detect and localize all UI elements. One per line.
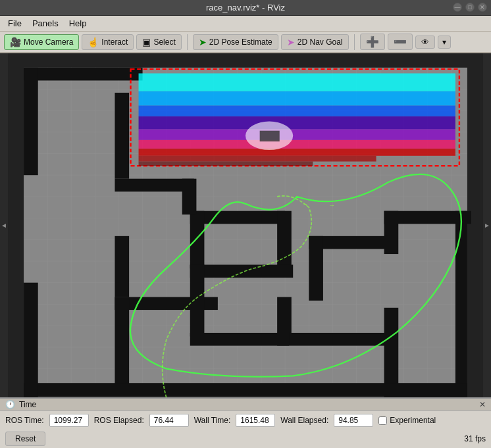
- pose-estimate-label: 2D Pose Estimate: [209, 37, 272, 47]
- svg-rect-63: [139, 106, 455, 116]
- titlebar: race_nav.rviz* - RViz — □ ✕: [0, 0, 491, 16]
- svg-rect-69: [139, 162, 313, 166]
- svg-rect-66: [139, 140, 455, 149]
- experimental-checkbox[interactable]: [378, 416, 387, 425]
- wall-elapsed-label: Wall Elapsed:: [280, 416, 328, 425]
- add-button[interactable]: ➕: [360, 34, 385, 50]
- svg-rect-59: [309, 236, 323, 301]
- experimental-label: Experimental: [390, 416, 436, 425]
- time-body: ROS Time: 1099.27 ROS Elapsed: 76.44 Wal…: [0, 411, 491, 430]
- wall-elapsed-value: 94.85: [334, 414, 373, 427]
- svg-rect-37: [115, 93, 129, 179]
- svg-rect-42: [115, 236, 129, 297]
- time-panel: 🕐 Time ✕ ROS Time: 1099.27 ROS Elapsed: …: [0, 397, 491, 448]
- svg-rect-65: [139, 129, 455, 139]
- clock-icon: 🕐: [5, 400, 15, 409]
- experimental-checkbox-group[interactable]: Experimental: [378, 416, 436, 425]
- svg-rect-40: [277, 211, 292, 268]
- camera-icon: 🎥: [10, 37, 21, 47]
- minimize-button[interactable]: —: [453, 3, 462, 12]
- svg-rect-68: [139, 156, 376, 162]
- toolbar: 🎥 Move Camera ☝ Interact ▣ Select ➤ 2D P…: [0, 32, 491, 53]
- select-button[interactable]: ▣ Select: [136, 34, 181, 50]
- svg-rect-57: [182, 179, 197, 214]
- time-panel-close-button[interactable]: ✕: [479, 400, 486, 409]
- svg-rect-35: [24, 68, 143, 81]
- left-sidebar-arrow: ◄: [1, 222, 7, 229]
- main-area: ◄: [0, 53, 491, 397]
- ros-time-value: 1099.27: [49, 414, 89, 427]
- map-svg: → →: [8, 53, 483, 397]
- svg-rect-67: [139, 149, 455, 156]
- move-camera-label: Move Camera: [24, 37, 73, 47]
- select-label: Select: [153, 37, 175, 47]
- interact-button[interactable]: ☝ Interact: [82, 34, 134, 50]
- menu-file[interactable]: File: [3, 17, 27, 30]
- time-panel-title: Time: [19, 400, 36, 409]
- menu-help[interactable]: Help: [64, 17, 92, 30]
- menubar: File Panels Help: [0, 16, 491, 32]
- reset-button[interactable]: Reset: [5, 432, 45, 446]
- select-icon: ▣: [142, 37, 151, 47]
- svg-rect-62: [139, 91, 455, 106]
- time-header-left: 🕐 Time: [5, 400, 36, 409]
- window-controls[interactable]: — □ ✕: [453, 3, 487, 12]
- nav-icon: ➤: [287, 37, 295, 47]
- wall-time-value: 1615.48: [236, 414, 275, 427]
- svg-rect-50: [24, 383, 467, 396]
- toolbar-separator-1: [187, 34, 188, 50]
- svg-rect-55: [190, 333, 289, 346]
- svg-rect-61: [139, 74, 455, 91]
- fps-display: 31 fps: [464, 434, 486, 443]
- move-camera-button[interactable]: 🎥 Move Camera: [4, 34, 79, 50]
- pose-estimate-button[interactable]: ➤ 2D Pose Estimate: [193, 34, 278, 50]
- interact-icon: ☝: [88, 37, 99, 47]
- time-footer: Reset 31 fps: [0, 430, 491, 448]
- svg-rect-53: [277, 297, 292, 336]
- svg-text:→: →: [328, 203, 335, 209]
- ros-elapsed-value: 76.44: [149, 414, 189, 427]
- right-sidebar-handle[interactable]: ►: [483, 53, 491, 397]
- time-panel-header: 🕐 Time ✕: [0, 399, 491, 411]
- svg-rect-48: [384, 308, 399, 390]
- pose-icon: ➤: [199, 37, 207, 47]
- dropdown-button[interactable]: ▾: [438, 36, 451, 49]
- svg-text:→: →: [301, 201, 309, 209]
- svg-rect-54: [277, 333, 392, 346]
- right-sidebar-arrow: ►: [484, 222, 490, 229]
- svg-rect-39: [190, 211, 205, 268]
- remove-button[interactable]: ➖: [388, 34, 413, 50]
- maximize-button[interactable]: □: [465, 3, 475, 12]
- menu-panels[interactable]: Panels: [27, 17, 64, 30]
- svg-rect-51: [24, 283, 38, 397]
- interact-label: Interact: [101, 37, 128, 47]
- nav-goal-button[interactable]: ➤ 2D Nav Goal: [281, 34, 349, 50]
- left-sidebar-handle[interactable]: ◄: [0, 53, 8, 397]
- svg-rect-47: [455, 211, 467, 390]
- svg-rect-44: [115, 297, 129, 390]
- toolbar-separator-2: [354, 34, 355, 50]
- rviz-viewport[interactable]: → →: [8, 53, 483, 397]
- nav-goal-label: 2D Nav Goal: [297, 37, 343, 47]
- svg-rect-71: [260, 131, 280, 141]
- view-button[interactable]: 👁: [415, 36, 435, 49]
- wall-time-label: Wall Time:: [194, 416, 231, 425]
- ros-time-label: ROS Time:: [5, 416, 44, 425]
- svg-rect-64: [139, 116, 455, 130]
- ros-elapsed-label: ROS Elapsed:: [94, 416, 144, 425]
- close-button[interactable]: ✕: [478, 3, 487, 12]
- window-title: race_nav.rviz* - RViz: [206, 3, 285, 12]
- svg-rect-52: [190, 264, 205, 336]
- svg-rect-41: [190, 264, 293, 278]
- svg-rect-36: [24, 68, 38, 175]
